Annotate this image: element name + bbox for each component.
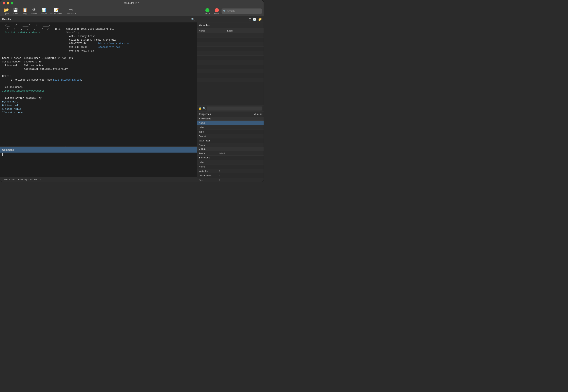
main-toolbar: 📂 Open 💾 Save 📋 Log 👁 Viewer 📊 Graph 📝 D…: [0, 6, 264, 16]
var-row[interactable]: [197, 42, 264, 47]
results-text: /__ / ____/ / ____/ ___/ / /___/ / /___/…: [2, 24, 195, 122]
props-menu-icon[interactable]: ≡: [260, 112, 262, 116]
variables-table: Name Label: [197, 28, 264, 105]
right-panel: ☰ 🕐 📁 Variables Name Label: [197, 16, 264, 182]
props-search-input[interactable]: [207, 107, 262, 111]
props-row-notes-var[interactable]: Notes: [197, 143, 264, 147]
var-row[interactable]: [197, 60, 264, 64]
var-row[interactable]: [197, 38, 264, 42]
results-area[interactable]: /__ / ____/ / ____/ ___/ / /___/ / /___/…: [0, 22, 197, 146]
variables-list-icon[interactable]: ☰: [248, 18, 251, 21]
dofile-button[interactable]: 📝 Do-file Editor: [49, 7, 64, 15]
save-button[interactable]: 💾 Save: [11, 7, 20, 15]
props-toolbar: 🔒 🔍: [197, 105, 264, 112]
log-button[interactable]: 📋 Log: [20, 7, 29, 15]
props-key-size: Size: [197, 179, 217, 181]
status-bar: /Users/matthewmckay/Documents: [0, 177, 197, 182]
graph-button[interactable]: 📊 Graph: [39, 7, 48, 15]
command-input-area[interactable]: [0, 153, 197, 177]
var-row[interactable]: [197, 56, 264, 60]
props-key-filename: ▶ Filename: [197, 156, 217, 159]
props-value-size: 0: [217, 179, 264, 181]
props-row-filename[interactable]: ▶ Filename: [197, 155, 264, 160]
break-button[interactable]: ⬤ Break: [212, 7, 221, 15]
maximize-button[interactable]: [11, 2, 13, 4]
break-icon: ⬤: [214, 7, 219, 12]
props-value-variables: 0: [217, 170, 264, 172]
command-section: Command: [0, 147, 197, 177]
props-value-observations: 0: [217, 174, 264, 177]
var-row[interactable]: [197, 51, 264, 56]
props-key-datalabel: Label: [197, 161, 217, 164]
viewer-button[interactable]: 👁 Viewer: [30, 7, 39, 15]
props-key-variables: Variables: [197, 170, 217, 172]
save-icon: 💾: [13, 7, 18, 12]
search-input[interactable]: [227, 10, 259, 13]
props-row-frame[interactable]: Frame default: [197, 151, 264, 155]
props-lock-icon[interactable]: 🔒: [199, 107, 202, 110]
command-title: Command: [2, 149, 14, 151]
var-row[interactable]: [197, 69, 264, 73]
props-section-data-label: Data: [201, 148, 206, 150]
props-row-size[interactable]: Size 0: [197, 178, 264, 182]
properties-panel: 🔒 🔍 Properties ◀ ▶ ≡: [197, 105, 264, 182]
variables-header: Variables: [197, 22, 264, 28]
props-section-variables[interactable]: ▼ Variables: [197, 117, 264, 121]
props-magnify-icon[interactable]: 🔍: [202, 107, 206, 110]
props-row-valuelabel[interactable]: Value label: [197, 139, 264, 143]
var-columns: Name Label: [197, 28, 264, 33]
results-search-icon[interactable]: 🔍: [191, 18, 195, 21]
props-key-format: Format: [197, 135, 217, 137]
titlebar: Stata/IC 16.1: [0, 0, 264, 6]
window-title: Stata/IC 16.1: [124, 2, 140, 5]
command-cursor: [2, 153, 3, 156]
properties-title: Properties: [199, 113, 211, 116]
props-row-format[interactable]: Format: [197, 134, 264, 139]
more-button[interactable]: ⬤ More: [203, 7, 212, 15]
props-key-name: Name: [197, 122, 217, 124]
var-row[interactable]: [197, 47, 264, 51]
left-panel: Results 🔍 /__ / ____/ / ____/ ___/ / /__…: [0, 16, 197, 182]
props-row-datanotes[interactable]: Notes: [197, 165, 264, 169]
props-row-datalabel[interactable]: Label: [197, 160, 264, 165]
variables-toolbar: ☰ 🕐 📁: [197, 16, 264, 22]
properties-content: ▼ Variables Name Label Type: [197, 117, 264, 182]
props-row-type[interactable]: Type: [197, 129, 264, 134]
props-section-data[interactable]: ▼ Data: [197, 147, 264, 151]
dofile-icon: 📝: [54, 7, 59, 12]
variables-section: ☰ 🕐 📁 Variables Name Label: [197, 16, 264, 105]
graph-icon: 📊: [42, 7, 46, 12]
props-row-name[interactable]: Name: [197, 121, 264, 125]
props-key-valuelabel: Value label: [197, 140, 217, 142]
open-icon: 📂: [4, 7, 9, 12]
props-key-observations: Observations: [197, 174, 217, 177]
variables-clock-icon[interactable]: 🕐: [253, 18, 256, 21]
props-key-datanotes: Notes: [197, 166, 217, 168]
status-text: /Users/matthewmckay/Documents: [2, 178, 41, 181]
var-row[interactable]: [197, 78, 264, 82]
props-section-variables-label: Variables: [201, 117, 211, 120]
chevron-down-icon: ▼: [199, 118, 200, 120]
variables-title: Variables: [199, 24, 210, 27]
props-row-label[interactable]: Label: [197, 125, 264, 129]
props-prev-icon[interactable]: ◀: [254, 112, 256, 116]
props-row-observations[interactable]: Observations 0: [197, 173, 264, 178]
var-col-label: Label: [225, 29, 264, 32]
open-button[interactable]: 📂 Open: [2, 7, 11, 15]
search-box[interactable]: 🔍: [222, 9, 262, 14]
props-key-type: Type: [197, 130, 217, 133]
close-button[interactable]: [3, 2, 5, 4]
var-row[interactable]: [197, 64, 264, 69]
props-next-icon[interactable]: ▶: [257, 112, 259, 116]
var-row[interactable]: [197, 73, 264, 78]
variables-folder-icon[interactable]: 📁: [258, 18, 262, 21]
var-row[interactable]: [197, 33, 264, 38]
minimize-button[interactable]: [7, 2, 9, 4]
props-row-variables[interactable]: Variables 0: [197, 169, 264, 173]
var-col-name: Name: [197, 29, 225, 32]
dataeditor-button[interactable]: 🗃 Data Editor: [64, 7, 77, 15]
props-value-frame: default: [217, 152, 264, 154]
log-icon: 📋: [22, 7, 28, 12]
props-key-notes-var: Notes: [197, 144, 217, 146]
props-key-label: Label: [197, 126, 217, 128]
